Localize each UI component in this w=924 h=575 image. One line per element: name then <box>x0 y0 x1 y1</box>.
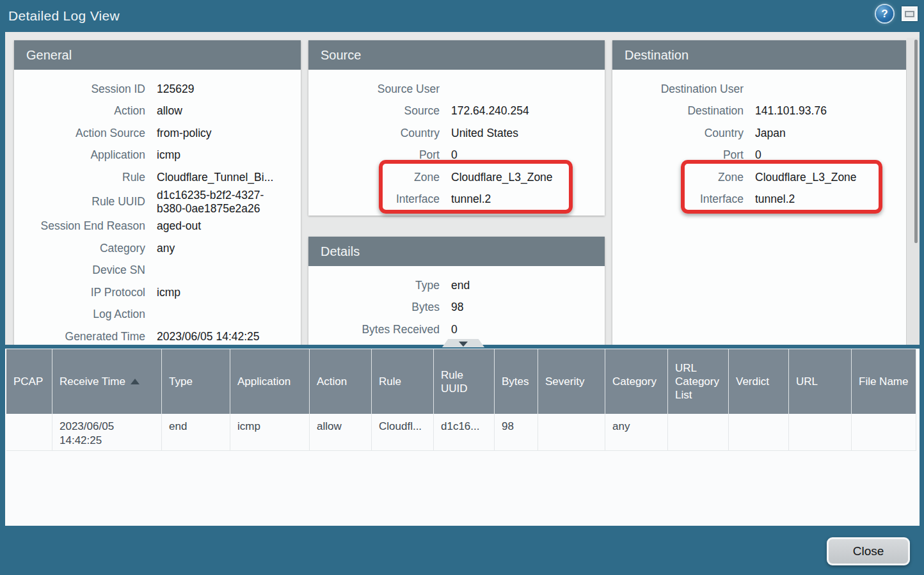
field-session-end-reason: Session End Reason aged-out <box>14 216 301 238</box>
field-source: Source 172.64.240.254 <box>308 100 605 123</box>
panel-details-title: Details <box>308 237 605 266</box>
cell-action: allow <box>310 414 372 451</box>
cell-url <box>789 414 852 451</box>
title-bar: Detailed Log View ? <box>0 0 924 32</box>
column-header-url-category-list[interactable]: URL Category List <box>668 349 729 414</box>
field-type: Type end <box>308 274 605 297</box>
cell-rule: Cloudfl... <box>372 414 434 451</box>
cell-file-name <box>852 414 916 451</box>
column-header-type[interactable]: Type <box>162 349 230 414</box>
panel-general: General Session ID 125629 Action allow A… <box>14 40 301 345</box>
field-source-user: Source User <box>308 78 605 100</box>
cell-receive-time: 2023/06/05 14:42:25 <box>52 414 162 451</box>
column-header-file-name[interactable]: File Name <box>852 349 916 414</box>
close-button[interactable]: Close <box>827 537 910 565</box>
field-source-country: Country United States <box>308 122 605 145</box>
cell-bytes: 98 <box>495 414 538 451</box>
panel-destination: Destination Destination User Destination… <box>612 40 906 345</box>
panel-general-body: Session ID 125629 Action allow Action So… <box>14 70 301 345</box>
panel-destination-title: Destination <box>612 40 906 70</box>
title-bar-icons: ? <box>876 5 918 22</box>
field-destination-country: Country Japan <box>612 122 906 145</box>
collapse-handle[interactable] <box>442 339 484 347</box>
cell-severity <box>538 414 605 451</box>
field-bytes: Bytes 98 <box>308 297 605 319</box>
column-header-pcap[interactable]: PCAP <box>6 349 52 414</box>
panel-details-body: Type end Bytes 98 Bytes Received 0 <box>308 266 605 341</box>
column-header-bytes[interactable]: Bytes <box>495 349 538 414</box>
field-generated-time: Generated Time 2023/06/05 14:42:25 <box>14 326 301 345</box>
table-row[interactable]: 2023/06/05 14:42:25 end icmp allow Cloud… <box>6 414 920 451</box>
cell-rule-uuid: d1c16... <box>434 414 495 451</box>
column-header-action[interactable]: Action <box>310 349 372 414</box>
field-application: Application icmp <box>14 145 301 167</box>
vertical-scrollbar-track[interactable] <box>907 38 920 345</box>
dialog-content: General Session ID 125629 Action allow A… <box>5 32 920 526</box>
panel-source: Source Source User Source 172.64.240.254… <box>308 40 605 216</box>
table-header-row: PCAP Receive Time Type Application Actio… <box>6 349 920 414</box>
window-restore-icon[interactable] <box>902 6 918 21</box>
field-bytes-received: Bytes Received 0 <box>308 319 605 341</box>
field-ip-protocol: IP Protocol icmp <box>14 281 301 304</box>
field-source-zone: Zone Cloudflare_L3_Zone <box>308 166 605 189</box>
window-restore-icon-inner <box>905 11 914 17</box>
field-rule-uuid: Rule UUID d1c16235-b2f2-4327-b380-0ae187… <box>14 189 301 216</box>
field-source-port: Port 0 <box>308 145 605 167</box>
cell-application: icmp <box>230 414 310 451</box>
column-header-severity[interactable]: Severity <box>538 349 605 414</box>
column-header-verdict[interactable]: Verdict <box>729 349 789 414</box>
field-session-id: Session ID 125629 <box>14 78 301 100</box>
field-rule: Rule Cloudflare_Tunnel_Bi... <box>14 166 301 189</box>
cell-verdict <box>729 414 789 451</box>
help-icon[interactable]: ? <box>876 5 893 22</box>
detailed-log-view-dialog: Detailed Log View ? General Session ID 1… <box>0 0 924 575</box>
cell-url-category-list <box>668 414 729 451</box>
field-destination-zone: Zone Cloudflare_L3_Zone <box>612 166 906 189</box>
field-destination-user: Destination User <box>612 78 906 100</box>
column-header-category[interactable]: Category <box>605 349 668 414</box>
vertical-scrollbar-thumb[interactable] <box>914 40 918 243</box>
column-header-url[interactable]: URL <box>789 349 852 414</box>
column-header-receive-time[interactable]: Receive Time <box>52 349 162 414</box>
cell-type: end <box>162 414 230 451</box>
field-action: Action allow <box>14 100 301 123</box>
panel-source-body: Source User Source 172.64.240.254 Countr… <box>308 70 605 210</box>
field-source-interface: Interface tunnel.2 <box>308 189 605 211</box>
panel-general-title: General <box>14 40 301 70</box>
field-category: Category any <box>14 237 301 260</box>
dialog-title: Detailed Log View <box>8 0 120 32</box>
cell-category: any <box>605 414 668 451</box>
sort-ascending-icon <box>131 379 139 384</box>
log-table-area: PCAP Receive Time Type Application Actio… <box>5 345 920 526</box>
panel-source-title: Source <box>308 40 605 70</box>
panel-destination-body: Destination User Destination 141.101.93.… <box>612 70 906 210</box>
field-destination-interface: Interface tunnel.2 <box>612 189 906 211</box>
column-header-rule[interactable]: Rule <box>372 349 434 414</box>
field-action-source: Action Source from-policy <box>14 122 301 145</box>
field-destination-port: Port 0 <box>612 145 906 167</box>
column-header-rule-uuid[interactable]: Rule UUID <box>434 349 495 414</box>
field-device-sn: Device SN <box>14 260 301 282</box>
panel-details: Details Type end Bytes 98 Bytes Received… <box>308 237 605 345</box>
field-log-action: Log Action <box>14 304 301 326</box>
cell-pcap <box>6 414 52 451</box>
field-destination: Destination 141.101.93.76 <box>612 100 906 123</box>
column-header-application[interactable]: Application <box>230 349 310 414</box>
panels-scroll-region: General Session ID 125629 Action allow A… <box>5 32 920 345</box>
